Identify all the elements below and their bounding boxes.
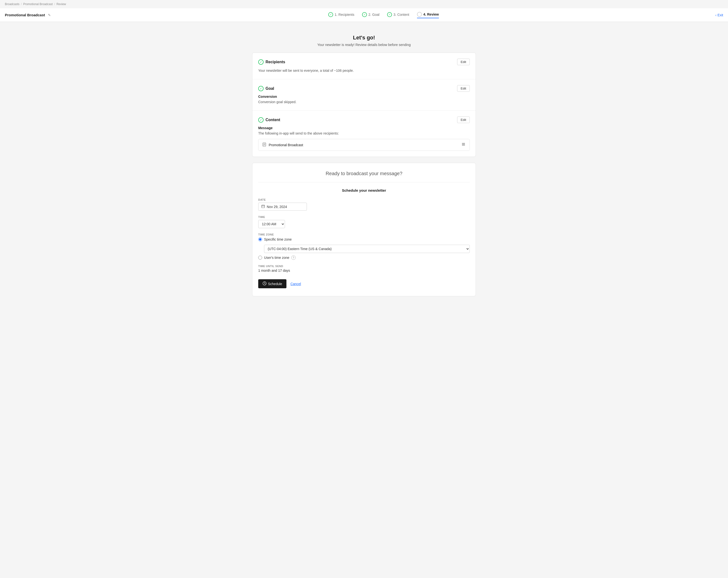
action-row: Schedule Cancel xyxy=(258,279,470,288)
step-review-indicator xyxy=(417,12,422,17)
breadcrumb-sep-1: / xyxy=(21,2,22,6)
date-value: Nov 29, 2024 xyxy=(267,205,287,209)
content-edit-button[interactable]: Edit xyxy=(457,117,470,123)
clock-icon xyxy=(263,281,266,286)
timezone-field-group: TIME ZONE Specific time zone (UTC-04:00)… xyxy=(258,233,470,260)
timezone-options: Specific time zone (UTC-04:00) Eastern T… xyxy=(258,237,470,260)
recipients-body: Your newsletter will be sent to everyone… xyxy=(258,68,470,73)
help-icon[interactable]: ? xyxy=(291,255,296,260)
time-until-field-group: TIME UNTIL SEND 1 month and 17 days xyxy=(258,265,470,273)
timezone-label: TIME ZONE xyxy=(258,233,470,236)
recipients-check-icon: ✓ xyxy=(258,59,264,65)
ready-title: Ready to broadcast your message? xyxy=(258,171,470,176)
recipients-section: ✓ Recipients Edit Your newsletter will b… xyxy=(252,53,476,79)
edit-title-button[interactable]: ✎ xyxy=(47,12,52,18)
top-nav-right: ‹ Exit xyxy=(716,13,723,17)
top-nav: Promotional Broadcast ✎ ✓ 1. Recipients … xyxy=(0,8,728,22)
content-title-row: ✓ Content xyxy=(258,117,280,123)
goal-edit-button[interactable]: Edit xyxy=(457,85,470,92)
breadcrumb-broadcasts[interactable]: Broadcasts xyxy=(5,2,20,6)
review-card: ✓ Recipients Edit Your newsletter will b… xyxy=(252,53,476,157)
time-field-group: TIME 12:00 AM 12:30 AM 1:00 AM 6:00 AM 1… xyxy=(258,216,470,228)
layers-icon[interactable] xyxy=(461,142,466,148)
step-goal[interactable]: ✓ 2. Goal xyxy=(362,12,379,18)
calendar-icon xyxy=(261,205,265,209)
content-section: ✓ Content Edit Message The following in-… xyxy=(252,111,476,157)
step-content-check: ✓ xyxy=(387,12,392,17)
recipients-title-row: ✓ Recipients xyxy=(258,59,285,65)
schedule-button[interactable]: Schedule xyxy=(258,279,286,288)
goal-subheading: Conversion xyxy=(258,95,470,99)
content-body: The following in-app will send to the ab… xyxy=(258,131,470,136)
step-review[interactable]: 4. Review xyxy=(417,12,439,18)
content-header: ✓ Content Edit xyxy=(258,117,470,123)
goal-check-icon: ✓ xyxy=(258,86,264,91)
date-label: DATE xyxy=(258,198,470,201)
schedule-section: Ready to broadcast your message? Schedul… xyxy=(252,163,476,296)
exit-label: Exit xyxy=(718,13,723,17)
step-goal-check: ✓ xyxy=(362,12,367,17)
message-name: Promotional Broadcast xyxy=(269,143,303,147)
schedule-divider xyxy=(258,182,470,182)
steps-nav: ✓ 1. Recipients ✓ 2. Goal ✓ 3. Content 4… xyxy=(328,12,439,18)
date-input[interactable]: Nov 29, 2024 xyxy=(258,203,307,211)
timezone-select[interactable]: (UTC-04:00) Eastern Time (US & Canada) (… xyxy=(264,245,470,253)
content-check-icon: ✓ xyxy=(258,117,264,123)
timezone-specific-option[interactable]: Specific time zone xyxy=(258,237,470,241)
breadcrumb-promotional-broadcast[interactable]: Promotional Broadcast xyxy=(23,2,53,6)
time-until-value: 1 month and 17 days xyxy=(258,269,470,273)
goal-body: Conversion goal skipped. xyxy=(258,100,470,105)
step-goal-label: 2. Goal xyxy=(368,12,379,17)
step-recipients[interactable]: ✓ 1. Recipients xyxy=(328,12,354,18)
timezone-specific-radio[interactable] xyxy=(258,237,262,241)
goal-section: ✓ Goal Edit Conversion Conversion goal s… xyxy=(252,79,476,111)
time-label: TIME xyxy=(258,216,470,219)
content-title: Content xyxy=(265,118,280,122)
check-icon-content: ✓ xyxy=(389,13,391,16)
chevron-left-icon: ‹ xyxy=(716,13,717,17)
step-recipients-label: 1. Recipients xyxy=(335,12,354,17)
hero-title: Let's go! xyxy=(252,34,476,41)
svg-line-13 xyxy=(264,283,265,284)
message-row-left: Promotional Broadcast xyxy=(262,143,303,147)
breadcrumb-sep-2: / xyxy=(54,2,55,6)
timezone-user-option[interactable]: User's time zone ? xyxy=(258,255,470,260)
step-review-label: 4. Review xyxy=(423,12,439,16)
exit-button[interactable]: ‹ Exit xyxy=(716,13,723,17)
cancel-button[interactable]: Cancel xyxy=(290,282,301,286)
top-nav-left: Promotional Broadcast ✎ xyxy=(5,12,52,18)
recipients-edit-button[interactable]: Edit xyxy=(457,59,470,65)
schedule-btn-label: Schedule xyxy=(268,282,282,286)
timezone-user-radio[interactable] xyxy=(258,256,262,259)
step-content[interactable]: ✓ 3. Content xyxy=(387,12,409,18)
content-subheading: Message xyxy=(258,126,470,130)
app-title: Promotional Broadcast xyxy=(5,13,45,17)
timezone-user-label: User's time zone xyxy=(264,256,289,259)
date-field-group: DATE Nov 29, 2024 xyxy=(258,198,470,211)
message-row: Promotional Broadcast xyxy=(258,139,470,151)
recipients-header: ✓ Recipients Edit xyxy=(258,59,470,65)
goal-header: ✓ Goal Edit xyxy=(258,85,470,92)
hero-section: Let's go! Your newsletter is ready! Revi… xyxy=(252,27,476,53)
document-icon xyxy=(262,143,266,147)
check-icon: ✓ xyxy=(330,13,332,16)
schedule-subtitle: Schedule your newsletter xyxy=(258,188,470,193)
goal-title: Goal xyxy=(265,86,274,91)
timezone-specific-label: Specific time zone xyxy=(264,237,292,241)
recipients-title: Recipients xyxy=(265,60,285,64)
step-recipients-check: ✓ xyxy=(328,12,333,17)
check-icon-goal: ✓ xyxy=(364,13,366,16)
breadcrumb: Broadcasts / Promotional Broadcast / Rev… xyxy=(0,0,728,8)
step-content-label: 3. Content xyxy=(393,12,409,17)
svg-rect-7 xyxy=(262,205,264,208)
pencil-icon: ✎ xyxy=(48,13,51,17)
time-select[interactable]: 12:00 AM 12:30 AM 1:00 AM 6:00 AM 12:00 … xyxy=(258,220,285,228)
hero-subtitle: Your newsletter is ready! Review details… xyxy=(252,43,476,47)
main-content: Let's go! Your newsletter is ready! Revi… xyxy=(247,22,481,301)
time-until-label: TIME UNTIL SEND xyxy=(258,265,470,268)
goal-title-row: ✓ Goal xyxy=(258,86,274,91)
breadcrumb-current: Review xyxy=(56,2,66,6)
